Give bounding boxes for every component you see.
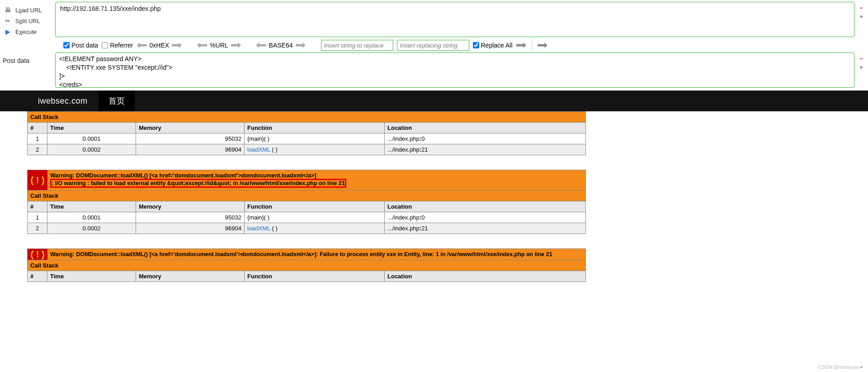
scissors-icon: ✂: [4, 17, 12, 24]
replace-with-input[interactable]: [397, 40, 469, 51]
replaceall-checkbox[interactable]: Replace All: [473, 42, 513, 49]
warning-message: Warning: DOMDocument::loadXML() [<a href…: [47, 170, 585, 190]
load-url-action[interactable]: 🖶 Load URL: [3, 5, 52, 15]
replace-find-input[interactable]: [321, 40, 393, 51]
split-url-label: Split URL: [15, 18, 40, 24]
url-decode-icon[interactable]: [197, 43, 207, 48]
col-time: Time: [47, 123, 136, 134]
hex-label: 0xHEX: [148, 42, 171, 49]
minus-icon-2[interactable]: −: [859, 55, 863, 62]
col-mem: Memory: [136, 123, 245, 134]
referrer-checkbox[interactable]: Referrer: [102, 42, 133, 49]
split-url-action[interactable]: ✂ Split URL: [3, 15, 52, 26]
col-func: Function: [245, 123, 385, 134]
warning-bang-icon: ( ! ): [28, 170, 47, 190]
nav-home[interactable]: 首页: [99, 91, 135, 111]
col-num: #: [28, 123, 47, 134]
b64-encode-icon[interactable]: [296, 43, 306, 48]
xdebug-table-2: ( ! ) Warning: DOMDocument::loadXML() [<…: [27, 170, 586, 234]
minus-icon[interactable]: −: [859, 5, 863, 11]
replace-go-icon[interactable]: [516, 43, 526, 48]
highlighted-error: : I/O warning : failed to load external …: [50, 179, 346, 188]
loadxml-link[interactable]: loadXML: [247, 225, 270, 232]
col-loc: Location: [385, 123, 586, 134]
loadxml-link[interactable]: loadXML: [247, 146, 270, 153]
replace-go2-icon[interactable]: [538, 43, 547, 48]
table-row: 20.000296904loadXML ( ).../index.php:21: [28, 144, 586, 155]
callstack-header: Call Stack: [28, 260, 586, 271]
postdata-label: Post data: [3, 52, 52, 88]
xdebug-table-1: Call Stack # Time Memory Function Locati…: [27, 111, 586, 155]
table-row: 20.000296904loadXML ( ).../index.php:21: [28, 223, 586, 234]
hex-decode-icon[interactable]: [137, 43, 147, 48]
postdata-checkbox[interactable]: Post data: [63, 42, 98, 49]
warning-bang-icon: ( ! ): [28, 249, 47, 260]
play-icon: ▶: [4, 28, 12, 35]
callstack-header: Call Stack: [28, 191, 586, 201]
table-row: 10.000195032{main}( ).../index.php:0: [28, 134, 586, 144]
callstack-header: Call Stack: [28, 112, 586, 123]
plus-icon-2[interactable]: +: [859, 64, 863, 71]
plus-icon[interactable]: +: [859, 13, 863, 20]
execute-action[interactable]: ▶ Execute: [3, 26, 52, 37]
b64-label: BASE64: [267, 42, 295, 49]
b64-decode-icon[interactable]: [256, 43, 266, 48]
warning-message: Warning: DOMDocument::loadXML() [<a href…: [47, 249, 585, 260]
divider: [532, 40, 532, 51]
url-encode-icon[interactable]: [231, 43, 241, 48]
load-icon: 🖶: [4, 6, 12, 14]
table-row: 10.000195032{main}( ).../index.php:0: [28, 212, 586, 223]
load-url-label: Load URL: [15, 7, 42, 14]
hex-encode-icon[interactable]: [172, 43, 182, 48]
postdata-input[interactable]: <!ELEMENT password ANY> <!ENTITY xxe SYS…: [55, 52, 854, 88]
xdebug-table-3: ( ! ) Warning: DOMDocument::loadXML() [<…: [27, 248, 586, 282]
execute-label: Execute: [15, 29, 37, 35]
site-brand: iwebsec.com: [27, 91, 99, 111]
url-label: %URL: [208, 42, 230, 49]
url-input[interactable]: http://192.168.71.135/xxe/index.php: [55, 2, 854, 37]
